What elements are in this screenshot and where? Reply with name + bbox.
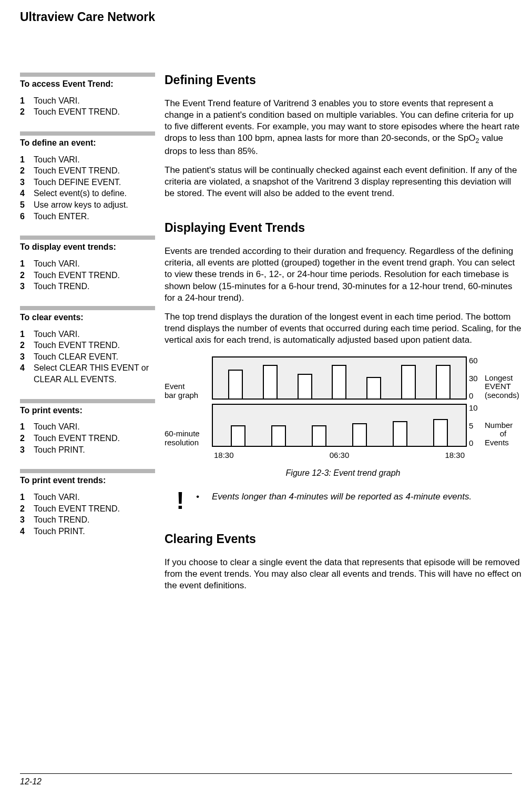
bar [263, 365, 278, 398]
step: 2Touch EVENT TREND. [20, 433, 155, 444]
step: 2Touch EVENT TREND. [20, 503, 155, 515]
y-label: Number [485, 421, 521, 430]
heading-clearing: Clearing Events [165, 532, 521, 547]
side-block-access: To access Event Trend: 1Touch VARI. 2Tou… [20, 73, 155, 118]
chart-bottom: 60-minute resolution 10 5 0 Nu [165, 404, 521, 447]
bar [401, 365, 416, 398]
side-title: To print event trends: [20, 475, 155, 486]
step: 1Touch VARI. [20, 154, 155, 166]
side-block-print-trends: To print event trends: 1Touch VARI. 2Tou… [20, 469, 155, 537]
side-title: To display event trends: [20, 242, 155, 253]
step: 2Touch EVENT TREND. [20, 106, 155, 118]
chart-left-label: 60-minute [165, 429, 212, 438]
bar [312, 425, 326, 446]
step: 6Touch ENTER. [20, 211, 155, 222]
step: 4Touch PRINT. [20, 526, 155, 537]
side-block-clear: To clear events: 1Touch VARI. 2Touch EVE… [20, 306, 155, 385]
step: 3Touch CLEAR EVENT. [20, 351, 155, 363]
y-label: (seconds) [485, 391, 521, 400]
heading-displaying: Displaying Event Trends [165, 220, 521, 236]
bar [231, 425, 245, 446]
paragraph: Events are trended according to their du… [165, 246, 521, 303]
page-title: Ultraview Care Network [0, 0, 532, 25]
bar [366, 377, 381, 398]
bar [271, 425, 286, 446]
bar [332, 365, 346, 398]
rule [20, 73, 155, 77]
rule [20, 469, 155, 473]
step: 3Touch TREND. [20, 281, 155, 292]
subscript: 2 [476, 137, 479, 145]
side-title: To clear events: [20, 312, 155, 323]
y-label: Events [485, 438, 521, 447]
main-content: Defining Events The Event Trend feature … [165, 73, 521, 599]
step: 1Touch VARI. [20, 421, 155, 433]
rule [20, 306, 155, 310]
heading-defining: Defining Events [165, 73, 521, 88]
x-tick: 18:30 [214, 450, 234, 461]
figure-caption: Figure 12-3: Event trend graph [165, 468, 521, 479]
chart-area-top [212, 356, 467, 400]
note: ! • Events longer than 4-minutes will be… [165, 491, 521, 510]
side-block-print-events: To print events: 1Touch VARI. 2Touch EVE… [20, 399, 155, 456]
chart-left-label: Event [165, 382, 212, 391]
step: 3Touch PRINT. [20, 444, 155, 456]
y-label: Longest [485, 374, 521, 383]
rule [20, 399, 155, 403]
bar [352, 423, 367, 446]
side-title: To print events: [20, 405, 155, 416]
paragraph: The top trend displays the duration of t… [165, 311, 521, 346]
bar [436, 365, 451, 398]
chart-area-bottom [212, 404, 467, 447]
chart-left-label: bar graph [165, 391, 212, 400]
sidebar: To access Event Trend: 1Touch VARI. 2Tou… [20, 73, 165, 599]
x-tick: 06:30 [330, 450, 350, 461]
step: 1Touch VARI. [20, 258, 155, 270]
paragraph: If you choose to clear a single event th… [165, 557, 521, 591]
warning-icon: ! [165, 491, 196, 510]
step: 1Touch VARI. [20, 492, 155, 503]
figure-event-trend: Event bar graph 60 30 0 [165, 356, 521, 478]
page-number: 12-12 [20, 776, 42, 788]
step: 3Touch DEFINE EVENT. [20, 177, 155, 188]
step: 1Touch VARI. [20, 95, 155, 107]
step: 4Select event(s) to define. [20, 188, 155, 199]
step: 4Select CLEAR THIS EVENT or CLEAR ALL EV… [20, 362, 155, 385]
chart-top: Event bar graph 60 30 0 [165, 356, 521, 400]
step: 2Touch EVENT TREND. [20, 340, 155, 351]
step: 1Touch VARI. [20, 329, 155, 340]
bar [433, 419, 448, 446]
bar [298, 374, 312, 398]
note-text: Events longer than 4-minutes will be rep… [212, 491, 521, 510]
paragraph: The Event Trend feature of Varitrend 3 e… [165, 98, 521, 157]
bullet: • [196, 491, 212, 510]
bar [393, 421, 407, 446]
paragraph: The patient's status will be continually… [165, 165, 521, 199]
x-tick: 18:30 [445, 450, 465, 461]
footer-rule [20, 773, 512, 774]
side-block-define: To define an event: 1Touch VARI. 2Touch … [20, 131, 155, 222]
x-axis: 18:30 06:30 18:30 [165, 450, 521, 461]
side-block-display: To display event trends: 1Touch VARI. 2T… [20, 236, 155, 292]
y-ticks-top: 60 30 0 [467, 356, 484, 400]
y-ticks-bottom: 10 5 0 [467, 404, 484, 447]
bar [228, 370, 243, 398]
step: 2Touch EVENT TREND. [20, 270, 155, 281]
step: 2Touch EVENT TREND. [20, 165, 155, 177]
side-title: To define an event: [20, 138, 155, 149]
step: 3Touch TREND. [20, 514, 155, 526]
step: 5Use arrow keys to adjust. [20, 199, 155, 211]
y-label: EVENT [485, 382, 521, 391]
rule [20, 131, 155, 136]
chart-left-label: resolution [165, 438, 212, 447]
side-title: To access Event Trend: [20, 79, 155, 90]
rule [20, 236, 155, 240]
y-label: of [485, 430, 521, 438]
